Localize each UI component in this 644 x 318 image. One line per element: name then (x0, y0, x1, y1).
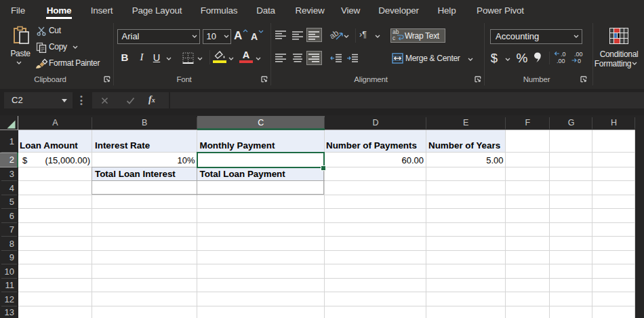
svg-text:.0: .0 (561, 51, 566, 58)
svg-text:.00: .00 (557, 58, 565, 64)
